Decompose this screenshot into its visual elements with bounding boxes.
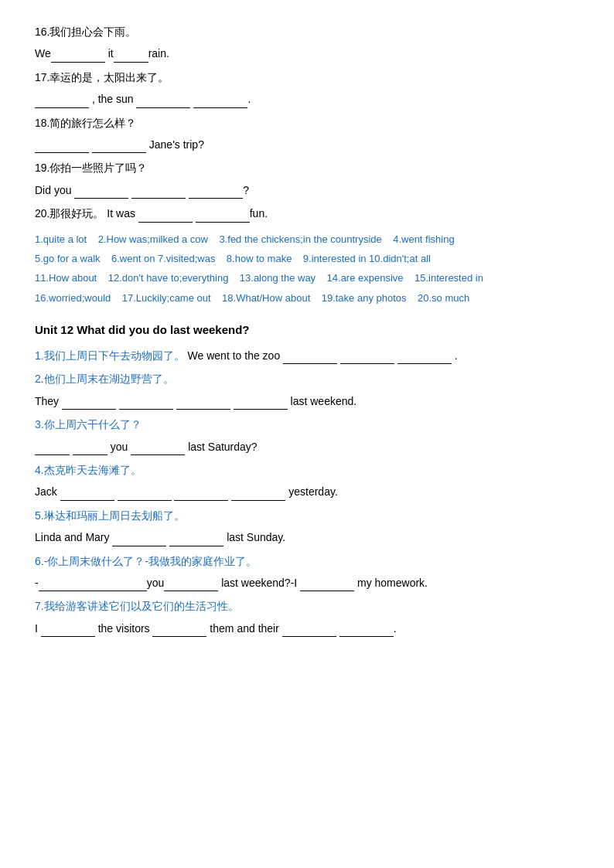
u12q5-blank2 — [169, 534, 223, 546]
u12q2-english-line: They last weekend. — [35, 393, 579, 410]
q17-blank1 — [35, 96, 89, 108]
u12q4-blank2 — [118, 488, 172, 501]
q20-blank1 — [138, 210, 193, 223]
u12q7-blank4 — [339, 625, 394, 637]
u12q7-them: them and their — [206, 622, 281, 635]
q20-blank2 — [196, 210, 250, 223]
answer-row-1: 1.quite a lot 2.How was;milked a cow 3.f… — [35, 230, 579, 248]
u12q2-number-chinese: 2.他们上周末在湖边野营了。 — [35, 373, 174, 385]
u12q6-blank2 — [93, 579, 147, 591]
q17-english-line: , the sun . — [35, 90, 579, 107]
u12q2-blank2 — [119, 397, 173, 410]
answer-row-2: 5.go for a walk 6.went on 7.visited;was … — [35, 250, 579, 267]
q20-fun: fun. — [250, 207, 268, 220]
q17-chinese-line: 17.幸运的是，太阳出来了。 — [35, 69, 579, 86]
u12q5-blank1 — [112, 534, 166, 546]
u12q2-blank1 — [62, 397, 116, 410]
q19-did-you: Did you — [35, 184, 74, 196]
q18-text: Jane's trip? — [146, 138, 204, 151]
u12q7-blank2 — [152, 625, 206, 637]
u12q4-jack: Jack — [35, 485, 60, 498]
u12q7-number-chinese: 7.我给游客讲述它们以及它们的生活习性。 — [35, 600, 239, 612]
question-17: 17.幸运的是，太阳出来了。 , the sun . — [35, 69, 579, 108]
q17-comma: , the sun — [89, 93, 136, 105]
q18-english-line: Jane's trip? — [35, 136, 579, 153]
u12q1-number-chinese: 1.我们上周日下午去动物园了。 — [35, 349, 185, 362]
u12q7-english-line: I the visitors them and their . — [35, 620, 579, 637]
q19-number: 19. — [35, 162, 49, 174]
u12q5-number-chinese: 5.琳达和玛丽上周日去划船了。 — [35, 509, 185, 522]
q18-blank1 — [35, 141, 89, 153]
u12q3-english-line: you last Saturday? — [35, 438, 579, 455]
question-19: 19.你拍一些照片了吗？ Did you ? — [35, 159, 579, 199]
q16-chinese-line: 16.我们担心会下雨。 — [35, 23, 579, 40]
u12q2-last-weekend: last weekend. — [288, 395, 357, 407]
u12q7-blank1 — [41, 625, 95, 637]
u12q4-number-chinese: 4.杰克昨天去海滩了。 — [35, 464, 142, 476]
answer-row-4: 16.worried;would 17.Luckily;came out 18.… — [35, 289, 579, 307]
u12q5-linda: Linda and Mary — [35, 531, 112, 543]
q16-blank2 — [114, 50, 148, 63]
q18-number: 18. — [35, 117, 49, 129]
u12q3-blank1 — [35, 443, 70, 455]
u12q3-blank3 — [131, 443, 185, 455]
u12-question-2: 2.他们上周末在湖边野营了。 They last weekend. — [35, 370, 579, 410]
q19-chinese-line: 19.你拍一些照片了吗？ — [35, 159, 579, 176]
u12q5-chinese-line: 5.琳达和玛丽上周日去划船了。 — [35, 507, 579, 524]
u12q6-my-hw: my homework. — [354, 577, 428, 589]
q16-it: it — [108, 47, 114, 60]
unit12-title: Unit 12 What did you do last weekend? — [35, 321, 579, 339]
u12q6-english-line: -you last weekend?-I my homework. — [35, 574, 579, 591]
u12q3-number-chinese: 3.你上周六干什么了？ — [35, 418, 142, 431]
q18-chinese: 简的旅行怎么样？ — [49, 117, 136, 129]
answer-key: 1.quite a lot 2.How was;milked a cow 3.f… — [35, 230, 579, 308]
q16-english-line: We itrain. — [35, 45, 579, 62]
u12q6-last-weekend: last weekend?-I — [218, 577, 300, 589]
q19-blank2 — [131, 186, 186, 199]
question-20: 20.那很好玩。 It was fun. — [35, 205, 579, 222]
u12q4-blank4 — [231, 488, 285, 501]
u12q5-english-line: Linda and Mary last Sunday. — [35, 529, 579, 546]
u12-question-4: 4.杰克昨天去海滩了。 Jack yesterday. — [35, 461, 579, 501]
u12q4-chinese-line: 4.杰克昨天去海滩了。 — [35, 461, 579, 478]
q18-blank2 — [92, 141, 146, 153]
u12q3-last-sat: last Saturday? — [185, 441, 257, 453]
q20-it-was: It was — [104, 207, 138, 220]
u12q2-blank3 — [176, 397, 230, 410]
question-18: 18.简的旅行怎么样？ Jane's trip? — [35, 114, 579, 154]
u12-question-7: 7.我给游客讲述它们以及它们的生活习性。 I the visitors them… — [35, 597, 579, 637]
q19-blank3 — [189, 186, 243, 199]
u12q6-blank3 — [164, 579, 218, 591]
u12q3-blank2 — [73, 443, 107, 455]
u12q1-chinese-line: 1.我们上周日下午去动物园了。 We went to the zoo . — [35, 347, 579, 364]
u12q3-chinese-line: 3.你上周六干什么了？ — [35, 416, 579, 433]
u12-question-6: 6.-你上周末做什么了？-我做我的家庭作业了。 -you last weeken… — [35, 553, 579, 592]
q16-blank1 — [51, 50, 105, 63]
u12q1-blank2 — [340, 352, 394, 364]
u12q7-chinese-line: 7.我给游客讲述它们以及它们的生活习性。 — [35, 597, 579, 614]
answer-row-3: 11.How about 12.don't have to;everything… — [35, 269, 579, 287]
u12q4-blank1 — [60, 488, 114, 501]
q17-number: 17. — [35, 71, 49, 83]
u12q2-chinese-line: 2.他们上周末在湖边野营了。 — [35, 370, 579, 387]
u12q5-last-sunday: last Sunday. — [223, 531, 285, 543]
u12q2-blank4 — [234, 397, 288, 410]
u12q7-period: . — [394, 622, 397, 635]
q20-number: 20. — [35, 207, 49, 220]
u12q6-chinese-line: 6.-你上周末做什么了？-我做我的家庭作业了。 — [35, 553, 579, 570]
u12q2-they: They — [35, 395, 62, 407]
q20-chinese-line: 20.那很好玩。 It was fun. — [35, 205, 579, 222]
u12q7-visitors: the visitors — [95, 622, 153, 635]
q18-chinese-line: 18.简的旅行怎么样？ — [35, 114, 579, 131]
q19-q: ? — [243, 184, 249, 196]
q17-chinese: 幸运的是，太阳出来了。 — [49, 71, 169, 83]
u12q1-blank1 — [283, 352, 337, 364]
u12-question-5: 5.琳达和玛丽上周日去划船了。 Linda and Mary last Sund… — [35, 507, 579, 546]
q20-chinese: 那很好玩。 — [49, 207, 104, 220]
q17-blank3 — [193, 96, 247, 108]
u12q4-blank3 — [174, 488, 228, 501]
q16-rain: rain. — [148, 47, 169, 60]
q19-chinese: 你拍一些照片了吗？ — [49, 162, 147, 174]
q16-chinese: 我们担心会下雨。 — [49, 26, 136, 38]
u12q7-blank3 — [282, 625, 336, 637]
